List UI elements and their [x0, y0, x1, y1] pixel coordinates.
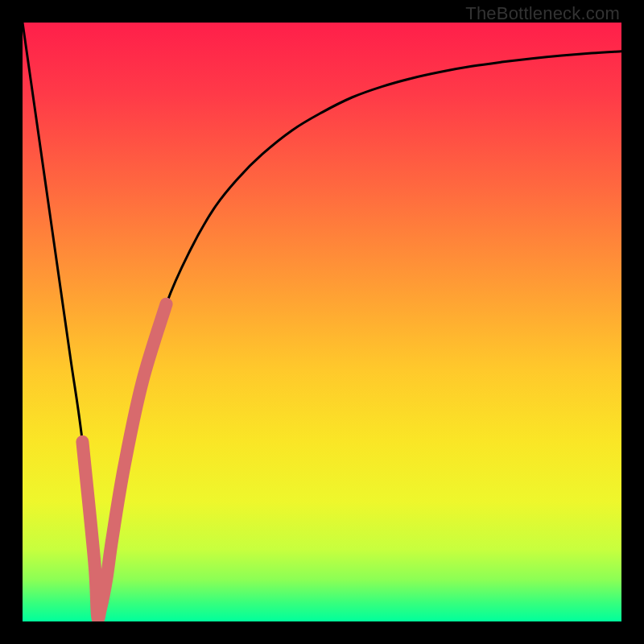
curve-layer — [23, 23, 621, 621]
watermark-text: TheBottleneck.com — [465, 3, 620, 24]
chart-frame: TheBottleneck.com — [0, 0, 644, 644]
plot-area — [23, 23, 621, 621]
highlight-segment — [82, 304, 166, 620]
